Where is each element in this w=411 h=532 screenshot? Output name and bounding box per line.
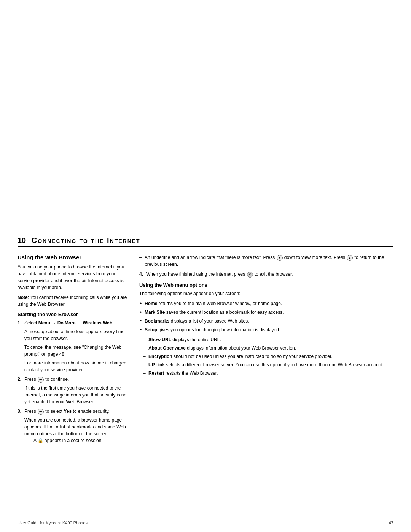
chapter-title: Connecting to the Internet — [32, 236, 140, 244]
step-2-content: Press ok to continue. If this is the fir… — [24, 376, 128, 405]
openwave-text: displays information about your Web Brow… — [186, 345, 296, 351]
page: 10 Connecting to the Internet Using the … — [0, 0, 411, 532]
bullet-setup-text: gives you options for changing how infor… — [157, 327, 280, 332]
step-3-para1: When you are connected, a browser home p… — [24, 417, 128, 437]
setup-dash-encryption: – Encryption should not be used unless y… — [139, 353, 393, 360]
step-2-main: Press ok to continue. — [24, 377, 69, 382]
bullet-mark-site-label: Mark Site — [145, 310, 165, 315]
bullet-bookmarks: Bookmarks displays a list of your saved … — [139, 318, 393, 324]
uplink-label: UP.Link — [148, 362, 165, 367]
step-3: 3. Press ok to select Yes to enable secu… — [18, 408, 128, 446]
step-1-para1: A message about airtime fees appears eve… — [24, 328, 128, 342]
step-1-number: 1. — [18, 320, 23, 373]
web-menu-heading: Using the Web menu options — [139, 282, 393, 288]
nav-up-icon: ▲ — [347, 255, 353, 261]
step-4: 4. When you have finished using the Inte… — [139, 271, 393, 278]
setup-dash-showurl: – Show URL displays the entire URL. — [139, 336, 393, 343]
step-1-para3: For more information about how airtime i… — [24, 359, 128, 373]
bullet-home-text: returns you to the main Web Browser wind… — [157, 301, 282, 306]
note-label: Note — [18, 295, 28, 300]
step-3-main: Press ok to select Yes to enable securit… — [24, 409, 110, 414]
chapter-number: 10 — [18, 236, 26, 244]
openwave-label: About Openwave — [148, 345, 186, 351]
bullet-setup: Setup gives you options for changing how… — [139, 326, 393, 333]
step-4-number: 4. — [139, 271, 145, 278]
step-3-dash1: – A 🔒 appears in a secure session. — [24, 437, 128, 444]
setup-dash-uplink: – UP.Link selects a different browser se… — [139, 361, 393, 368]
step-1: 1. Select Menu → Do More → Wireless Web.… — [18, 320, 128, 373]
step-4-content: When you have finished using the Interne… — [146, 271, 393, 278]
dash-label-r: – — [139, 254, 143, 268]
web-menu-intro: The following options may appear on your… — [139, 290, 393, 297]
dash-content: A 🔒 appears in a secure session. — [33, 437, 128, 444]
footer-right: 47 — [389, 521, 393, 525]
dash-content-r: An underline and an arrow indicate that … — [145, 254, 393, 268]
footer-left: User Guide for Kyocera K490 Phones — [18, 521, 88, 525]
setup-dash-restart: – Restart restarts the Web Browser. — [139, 370, 393, 377]
bullet-mark-site: Mark Site saves the current location as … — [139, 309, 393, 316]
step-1-para2: To cancel the message, see "Changing the… — [24, 344, 128, 358]
content-area: Using the Web Browser You can use your p… — [18, 254, 393, 448]
right-column: – An underline and an arrow indicate tha… — [139, 254, 393, 448]
intro-text: You can use your phone to browse the Int… — [18, 264, 128, 291]
note-paragraph: Note: You cannot receive incoming calls … — [18, 294, 128, 308]
bullet-mark-site-text: saves the current location as a bookmark… — [165, 310, 284, 315]
restart-text: restarts the Web Browser. — [164, 371, 218, 376]
left-column: Using the Web Browser You can use your p… — [18, 254, 128, 448]
nav-down-icon: ▼ — [277, 255, 283, 261]
right-dash-continued: – An underline and an arrow indicate tha… — [139, 254, 393, 268]
uplink-text: selects a different browser server. You … — [165, 362, 384, 367]
end-icon: ✆ — [247, 272, 253, 278]
restart-label: Restart — [148, 371, 164, 376]
dash-label: – — [28, 437, 32, 444]
top-blank-area — [0, 0, 411, 236]
bullet-home: Home returns you to the main Web Browser… — [139, 300, 393, 307]
bullet-bookmarks-text: displays a list of your saved Web sites. — [169, 318, 249, 324]
ok-icon-step3: ok — [38, 409, 44, 415]
setup-dash-openwave: – About Openwave displays information ab… — [139, 345, 393, 351]
web-menu-bullets: Home returns you to the main Web Browser… — [139, 300, 393, 333]
showurl-label: Show URL — [148, 337, 171, 342]
lock-icon: 🔒 — [38, 438, 43, 443]
showurl-text: displays the entire URL. — [171, 337, 221, 342]
step-3-content: Press ok to select Yes to enable securit… — [24, 408, 128, 446]
bullet-bookmarks-label: Bookmarks — [145, 318, 169, 324]
step-1-content: Select Menu → Do More → Wireless Web. A … — [24, 320, 128, 373]
page-footer: User Guide for Kyocera K490 Phones 47 — [18, 518, 393, 525]
bullet-home-label: Home — [145, 301, 157, 306]
chapter-header: 10 Connecting to the Internet — [18, 236, 393, 247]
step-2: 2. Press ok to continue. If this is the … — [18, 376, 128, 405]
encryption-label: Encryption — [148, 354, 172, 359]
subsection-title-starting: Starting the Web Browser — [18, 312, 128, 317]
step-1-main: Select Menu → Do More → Wireless Web. — [24, 320, 113, 326]
ok-icon-step2: ok — [38, 377, 44, 383]
section-title-web-browser: Using the Web Browser — [18, 254, 128, 260]
encryption-text: should not be used unless you are instru… — [172, 354, 333, 359]
steps-list: 1. Select Menu → Do More → Wireless Web.… — [18, 320, 128, 446]
step-4-main: When you have finished using the Interne… — [146, 272, 293, 277]
note-body: You cannot receive incoming calls while … — [18, 295, 127, 307]
step-2-para1: If this is the first time you have conne… — [24, 385, 128, 405]
step-2-number: 2. — [18, 376, 23, 405]
step-3-number: 3. — [18, 408, 23, 446]
setup-dash-list: – Show URL displays the entire URL. – Ab… — [139, 336, 393, 377]
bullet-setup-label: Setup — [145, 327, 157, 332]
